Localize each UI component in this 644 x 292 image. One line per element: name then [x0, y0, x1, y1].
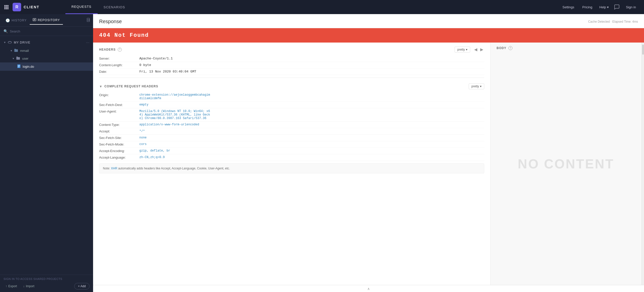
header-row-content-length: Content-Length: 0 byte — [99, 62, 484, 68]
prev-arrow[interactable]: ◀ — [473, 46, 478, 53]
file-icon — [17, 64, 21, 69]
repository-icon — [33, 18, 36, 22]
accept-key: Accept: — [99, 129, 139, 133]
origin-value: chrome-extension://aejoelaoggembcahagimd… — [139, 93, 210, 100]
status-code: 404 Not Found — [99, 32, 149, 39]
bottom-collapse-bar[interactable]: ∧ — [93, 285, 644, 292]
collapse-arrow-icon: ∧ — [367, 287, 370, 291]
mmall-folder-icon — [14, 49, 18, 53]
import-button[interactable]: ↓ Import — [21, 283, 36, 289]
header-row-date: Date: Fri, 13 Nov 2020 03:40:04 GMT — [99, 68, 484, 75]
tab-repository[interactable]: REPOSITORY — [30, 16, 63, 25]
main-content: Response Cache Detected · Elapsed Time: … — [93, 14, 644, 292]
sidebar-tabs: 🕐 HISTORY REPOSITORY — [0, 14, 93, 27]
right-scrollbar[interactable] — [641, 43, 644, 285]
req-headers-pretty-button[interactable]: pretty ▾ — [469, 83, 484, 89]
origin-key: Origin: — [99, 93, 139, 100]
tree-item-login[interactable]: login.do ··· — [0, 62, 93, 71]
req-header-accept-encoding: Accept-Encoding: gzip, deflate, br — [99, 148, 484, 154]
drive-more-icon[interactable]: ··· — [86, 41, 90, 44]
pricing-link[interactable]: Pricing — [579, 4, 595, 11]
tree-item-user[interactable]: ▼ user ··· — [0, 55, 93, 62]
content-length-key: Content-Length: — [99, 63, 139, 67]
headers-label: HEADERS — [99, 48, 116, 51]
headers-section-header: HEADERS ? pretty ▾ ◀ ▶ — [99, 43, 484, 55]
import-icon: ↓ — [23, 284, 25, 288]
my-drive-header[interactable]: ▼ MY DRIVE ··· — [0, 38, 93, 47]
response-header: Response Cache Detected · Elapsed Time: … — [93, 14, 644, 28]
complete-headers-list: Origin: chrome-extension://aejoelaoggemb… — [99, 92, 484, 161]
body-panel: BODY ? NO CONTENT — [491, 43, 641, 285]
cache-info: Cache Detected · Elapsed Time: 4ms — [588, 20, 638, 23]
sec-fetch-mode-value: cors — [139, 142, 147, 146]
signin-button[interactable]: Sign in — [623, 4, 639, 11]
accept-language-key: Accept-Language: — [99, 156, 139, 159]
headers-info-icon[interactable]: ? — [118, 48, 122, 52]
sec-fetch-site-value: none — [139, 136, 147, 140]
sec-fetch-mode-key: Sec-Fetch-Mode: — [99, 142, 139, 146]
tree-item-mmall[interactable]: ▼ mmall ··· — [0, 47, 93, 55]
chevron-down-icon: ▾ — [607, 5, 609, 9]
req-header-accept-language: Accept-Language: zh-CN,zh;q=0.9 — [99, 154, 484, 161]
export-icon: ↑ — [6, 284, 7, 288]
response-title: Response — [99, 19, 122, 24]
sec-fetch-dest-key: Sec-Fetch-Dest: — [99, 103, 139, 107]
user-agent-value: Mozilla/5.0 (Windows NT 10.0; Win64; x64… — [139, 110, 210, 120]
headers-pretty-button[interactable]: pretty ▾ — [455, 47, 470, 53]
response-body: HEADERS ? pretty ▾ ◀ ▶ Server: — [93, 43, 644, 285]
complete-request-headers-toggle[interactable]: ▼ COMPLETE REQUEST HEADERS pretty ▾ — [99, 80, 484, 92]
accept-language-value: zh-CN,zh;q=0.9 — [139, 156, 165, 159]
nav-arrows: ◀ ▶ — [473, 46, 484, 53]
nav-right: Settings Pricing Help ▾ Sign in — [559, 3, 644, 11]
export-label: Export — [8, 284, 17, 288]
nav-scenarios[interactable]: SCENARIOS — [98, 0, 131, 14]
sec-fetch-dest-value: empty — [139, 103, 148, 107]
brand: R CLIENT — [13, 3, 65, 11]
search-input[interactable] — [10, 29, 90, 33]
user-label: user — [22, 57, 87, 60]
drive-caret: ▼ — [4, 41, 6, 44]
body-label: BODY — [497, 46, 506, 50]
headers-panel: HEADERS ? pretty ▾ ◀ ▶ Server: — [93, 43, 491, 285]
no-content-text: NO CONTENT — [518, 156, 614, 171]
svg-rect-0 — [4, 5, 6, 6]
req-header-content-type: Content-Type: application/x-www-form-url… — [99, 122, 484, 128]
accept-value: */* — [139, 129, 145, 133]
nav-requests[interactable]: REQUESTS — [65, 0, 98, 14]
sidebar-content: ▼ MY DRIVE ··· ▼ mmall — [0, 36, 93, 275]
tab-history[interactable]: 🕐 HISTORY — [3, 16, 30, 24]
xhr-link[interactable]: XHR — [111, 167, 117, 170]
drive-icon — [8, 40, 12, 45]
brand-logo: R — [13, 3, 21, 11]
app-grid-icon[interactable] — [0, 5, 13, 9]
body-panel-header: BODY ? — [491, 43, 641, 54]
chat-icon[interactable] — [613, 3, 621, 11]
response-headers-list: Server: Apache-Coyote/1.1 Content-Length… — [99, 55, 484, 75]
search-icon: 🔍 — [4, 29, 8, 33]
user-caret: ▼ — [12, 57, 15, 60]
server-value: Apache-Coyote/1.1 — [139, 57, 173, 60]
search-bar: 🔍 — [0, 27, 93, 36]
server-key: Server: — [99, 57, 139, 60]
next-arrow[interactable]: ▶ — [479, 46, 484, 53]
req-pretty-label: pretty — [471, 85, 479, 88]
req-header-sec-fetch-mode: Sec-Fetch-Mode: cors — [99, 141, 484, 148]
svg-point-14 — [88, 19, 89, 21]
add-button[interactable]: + Add — [74, 283, 90, 289]
req-header-user-agent: User-Agent: Mozilla/5.0 (Windows NT 10.0… — [99, 108, 484, 122]
complete-headers-caret: ▼ — [99, 85, 102, 88]
tab-document[interactable] — [87, 18, 91, 23]
help-button[interactable]: Help ▾ — [597, 4, 611, 11]
login-do-label: login.do — [23, 65, 87, 68]
date-value: Fri, 13 Nov 2020 03:40:04 GMT — [139, 70, 196, 74]
body-info-icon[interactable]: ? — [508, 46, 512, 50]
settings-link[interactable]: Settings — [559, 4, 577, 11]
req-header-origin: Origin: chrome-extension://aejoelaoggemb… — [99, 92, 484, 102]
accept-encoding-value: gzip, deflate, br — [139, 149, 170, 153]
status-banner: 404 Not Found — [93, 28, 644, 43]
history-icon: 🕐 — [6, 18, 10, 22]
export-button[interactable]: ↑ Export — [4, 283, 19, 289]
date-key: Date: — [99, 70, 139, 74]
note-box: Note: XHR automatically adds headers lik… — [99, 163, 484, 173]
svg-point-15 — [8, 42, 12, 44]
